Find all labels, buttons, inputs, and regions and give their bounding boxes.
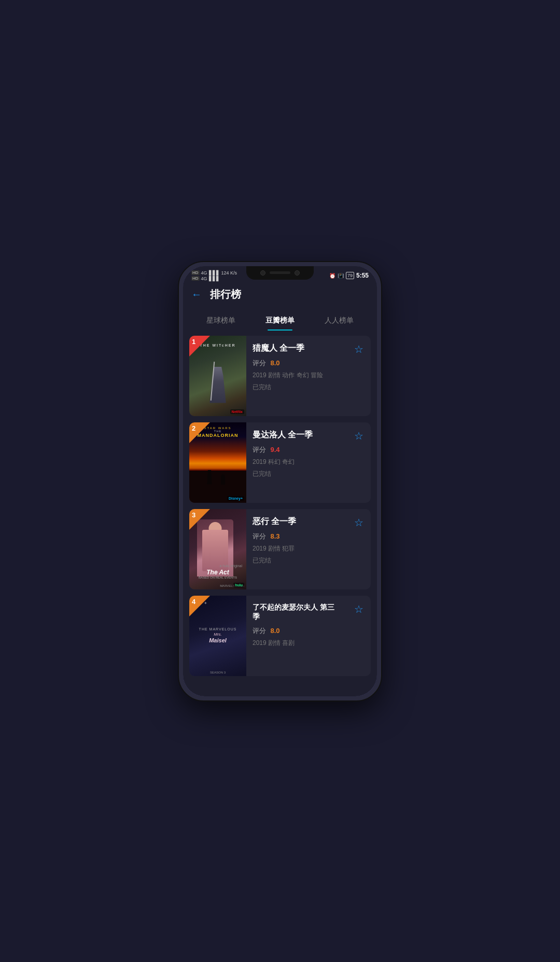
tab-renren[interactable]: 人人榜单	[318, 312, 360, 329]
network-label-2: 4G	[201, 276, 207, 281]
status-3: 已完结	[253, 556, 341, 565]
disney-badge: Disney+	[227, 496, 244, 501]
front-camera	[260, 270, 265, 276]
tab-douban[interactable]: 豆瓣榜单	[259, 312, 301, 329]
favorite-button-3[interactable]: ☆	[347, 509, 371, 536]
favorite-button-1[interactable]: ☆	[347, 336, 371, 363]
rating-row-3: 评分 8.3	[253, 531, 341, 541]
tab-bar: 星球榜单 豆瓣榜单 人人榜单	[183, 308, 377, 329]
act-text: a hulu original The Act BASED ON REAL EV…	[189, 564, 246, 579]
maisel-text: THE MARVELOUS Mrs. Maisel	[192, 627, 244, 643]
hd-label-2: HD	[191, 276, 200, 281]
poster-3: a hulu original The Act BASED ON REAL EV…	[189, 509, 246, 589]
favorite-button-4[interactable]: ☆	[347, 596, 371, 623]
tags-1: 2019 剧情 动作 奇幻 冒险	[253, 371, 341, 380]
rank-badge-4: 4	[189, 596, 206, 612]
movie-item-4[interactable]: ✦ ✦ ✦ THE MARVELOUS Mrs. Maisel SEASON 3…	[189, 596, 371, 676]
tags-2: 2019 科幻 奇幻	[253, 458, 341, 466]
movie-title-2: 曼达洛人 全一季	[253, 430, 341, 441]
status-left: HD 4G ▋▋▋ 124 K/s HD 4G ▋▋▋	[191, 270, 237, 281]
rating-row-4: 评分 8.0	[253, 626, 341, 636]
time-display: 5:55	[356, 272, 369, 279]
rating-row-2: 评分 9.4	[253, 445, 341, 455]
movie-info-4: 了不起的麦瑟尔夫人 第三季 评分 8.0 2019 剧情 喜剧	[246, 596, 347, 658]
movie-title-4: 了不起的麦瑟尔夫人 第三季	[253, 603, 341, 622]
page-title: 排行榜	[210, 287, 241, 301]
movie-item-2[interactable]: STAR WARS THE MANDALORIAN 2 Disney+ 曼达洛人…	[189, 422, 371, 503]
header: ← 排行榜	[183, 283, 377, 308]
speaker	[270, 271, 290, 274]
hulu-badge: hulu	[233, 583, 244, 587]
netflix-badge: Netflix	[230, 409, 244, 414]
tab-xingqiu[interactable]: 星球榜单	[200, 312, 242, 329]
poster-1: THE WITcHER 1 Netflix	[189, 336, 246, 416]
status-1: 已完结	[253, 383, 341, 392]
rank-badge-3: 3	[189, 509, 206, 526]
movie-info-2: 曼达洛人 全一季 评分 9.4 2019 科幻 奇幻 已完结	[246, 422, 347, 486]
favorite-button-2[interactable]: ☆	[347, 422, 371, 449]
vibrate-icon: 📳	[338, 273, 344, 279]
phone-screen: HD 4G ▋▋▋ 124 K/s HD 4G ▋▋▋ ⏰ 📳 79 5:55	[183, 266, 377, 696]
poster-2: STAR WARS THE MANDALORIAN 2 Disney+	[189, 422, 246, 503]
status-row-1: HD 4G ▋▋▋ 124 K/s	[191, 270, 237, 276]
back-button[interactable]: ←	[191, 288, 202, 300]
signal-bars: ▋▋▋	[209, 270, 220, 276]
movie-title-3: 恶行 全一季	[253, 516, 341, 527]
notch	[246, 266, 314, 280]
status-right: ⏰ 📳 79 5:55	[329, 272, 369, 279]
front-camera-2	[295, 270, 300, 276]
movie-item-3[interactable]: a hulu original The Act BASED ON REAL EV…	[189, 509, 371, 589]
battery-indicator: 79	[346, 272, 354, 279]
movie-item-1[interactable]: THE WITcHER 1 Netflix 猎魔人 全一季 评分 8.0 201…	[189, 336, 371, 416]
tags-3: 2019 剧情 犯罪	[253, 544, 341, 553]
rank-badge-1: 1	[189, 336, 206, 352]
poster-4: ✦ ✦ ✦ THE MARVELOUS Mrs. Maisel SEASON 3…	[189, 596, 246, 676]
tags-4: 2019 剧情 喜剧	[253, 639, 341, 648]
hd-label: HD	[191, 270, 200, 275]
status-row-2: HD 4G ▋▋▋	[191, 276, 237, 281]
movie-title-1: 猎魔人 全一季	[253, 343, 341, 354]
movie-info-3: 恶行 全一季 评分 8.3 2019 剧情 犯罪 已完结	[246, 509, 347, 572]
phone-frame: HD 4G ▋▋▋ 124 K/s HD 4G ▋▋▋ ⏰ 📳 79 5:55	[179, 262, 381, 700]
status-2: 已完结	[253, 470, 341, 478]
network-label: 4G	[201, 270, 207, 276]
alarm-icon: ⏰	[329, 273, 335, 279]
signal-bars-2: ▋▋▋	[209, 276, 220, 281]
movie-info-1: 猎魔人 全一季 评分 8.0 2019 剧情 动作 奇幻 冒险 已完结	[246, 336, 347, 399]
movie-list: THE WITcHER 1 Netflix 猎魔人 全一季 评分 8.0 201…	[183, 329, 377, 696]
speed-label: 124 K/s	[221, 270, 237, 276]
rank-badge-2: 2	[189, 422, 206, 439]
rating-row-1: 评分 8.0	[253, 358, 341, 368]
